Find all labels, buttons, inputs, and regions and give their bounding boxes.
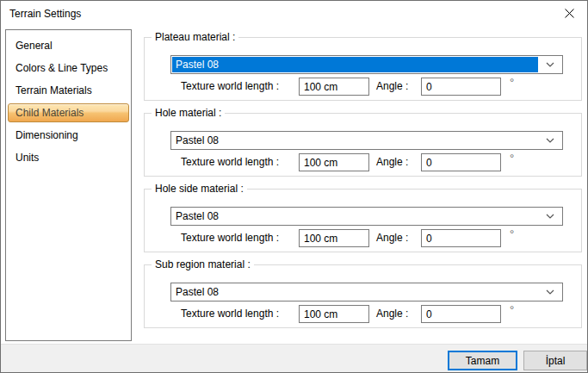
window-title: Terrain Settings	[9, 1, 81, 28]
angle-input[interactable]	[421, 229, 501, 247]
chevron-down-icon	[538, 132, 562, 149]
group-title: Sub region material :	[152, 258, 254, 270]
angle-label: Angle :	[376, 153, 408, 171]
selected-material: Pastel 08	[172, 208, 538, 224]
chevron-down-icon	[538, 56, 562, 73]
group-plateau-material: Plateau material : Pastel 08 Texture wor…	[144, 37, 582, 101]
hole-side-material-select[interactable]: Pastel 08	[170, 207, 563, 226]
texture-length-label: Texture world length :	[181, 153, 279, 171]
chevron-down-icon	[538, 208, 562, 225]
dialog-footer: Tamam İptal	[1, 344, 587, 373]
texture-length-label: Texture world length :	[181, 305, 279, 323]
angle-label: Angle :	[376, 229, 408, 247]
selected-material: Pastel 08	[172, 57, 538, 72]
close-icon	[565, 9, 574, 21]
texture-length-input[interactable]	[299, 305, 369, 323]
titlebar: Terrain Settings	[1, 1, 587, 28]
degree-symbol: °	[510, 76, 514, 89]
degree-symbol: °	[510, 227, 514, 240]
texture-length-input[interactable]	[299, 153, 369, 171]
degree-symbol: °	[510, 303, 514, 316]
cancel-button[interactable]: İptal	[523, 351, 587, 370]
sidebar-item-general[interactable]: General	[8, 34, 129, 57]
close-button[interactable]	[553, 2, 585, 27]
terrain-settings-dialog: Terrain Settings General Colors & Line T…	[0, 0, 588, 373]
group-hole-material: Hole material : Pastel 08 Texture world …	[144, 113, 582, 177]
texture-length-input[interactable]	[299, 78, 369, 96]
selected-material: Pastel 08	[172, 133, 538, 148]
sidebar-item-terrain-materials[interactable]: Terrain Materials	[8, 79, 129, 102]
angle-label: Angle :	[376, 305, 408, 323]
ok-button[interactable]: Tamam	[448, 351, 517, 370]
chevron-down-icon	[538, 283, 562, 301]
sidebar-item-units[interactable]: Units	[8, 146, 129, 169]
group-title: Hole material :	[152, 107, 225, 119]
sidebar-item-child-materials[interactable]: Child Materials	[8, 103, 129, 122]
hole-material-select[interactable]: Pastel 08	[170, 131, 563, 150]
angle-input[interactable]	[421, 305, 501, 323]
sub-region-material-select[interactable]: Pastel 08	[170, 283, 563, 302]
group-sub-region-material: Sub region material : Pastel 08 Texture …	[144, 264, 582, 328]
angle-input[interactable]	[421, 78, 501, 96]
angle-input[interactable]	[421, 153, 501, 171]
group-hole-side-material: Hole side material : Pastel 08 Texture w…	[144, 189, 582, 252]
settings-nav: General Colors & Line Types Terrain Mate…	[5, 29, 132, 341]
group-title: Plateau material :	[152, 31, 238, 43]
sidebar-item-dimensioning[interactable]: Dimensioning	[8, 124, 129, 146]
plateau-material-select[interactable]: Pastel 08	[170, 55, 563, 74]
texture-length-label: Texture world length :	[181, 78, 279, 96]
angle-label: Angle :	[376, 78, 408, 96]
selected-material: Pastel 08	[172, 284, 538, 300]
sidebar-item-colors-line-types[interactable]: Colors & Line Types	[8, 57, 129, 79]
texture-length-label: Texture world length :	[181, 229, 279, 247]
texture-length-input[interactable]	[299, 229, 369, 247]
degree-symbol: °	[510, 152, 514, 165]
group-title: Hole side material :	[152, 183, 247, 195]
